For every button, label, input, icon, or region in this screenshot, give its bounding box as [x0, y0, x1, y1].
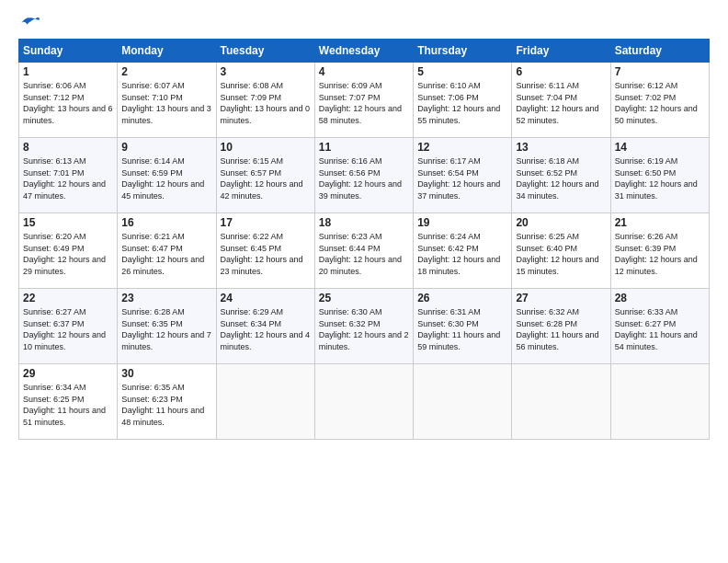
- calendar-day-cell: 9Sunrise: 6:14 AMSunset: 6:59 PMDaylight…: [118, 138, 216, 213]
- calendar-day-cell: [314, 364, 413, 440]
- calendar-week-row: 15Sunrise: 6:20 AMSunset: 6:49 PMDayligh…: [19, 213, 710, 289]
- day-info: Sunrise: 6:34 AMSunset: 6:25 PMDaylight:…: [23, 382, 113, 428]
- day-info: Sunrise: 6:16 AMSunset: 6:56 PMDaylight:…: [319, 155, 409, 201]
- calendar-day-cell: 28Sunrise: 6:33 AMSunset: 6:27 PMDayligh…: [610, 289, 709, 364]
- calendar-day-cell: 25Sunrise: 6:30 AMSunset: 6:32 PMDayligh…: [314, 289, 413, 364]
- calendar-header-cell: Tuesday: [216, 40, 314, 63]
- day-info: Sunrise: 6:15 AMSunset: 6:57 PMDaylight:…: [221, 155, 311, 201]
- day-info: Sunrise: 6:28 AMSunset: 6:35 PMDaylight:…: [121, 306, 211, 352]
- day-number: 26: [417, 292, 507, 304]
- calendar-week-row: 8Sunrise: 6:13 AMSunset: 7:01 PMDaylight…: [19, 138, 710, 213]
- day-number: 24: [221, 292, 311, 304]
- day-info: Sunrise: 6:11 AMSunset: 7:04 PMDaylight:…: [516, 80, 606, 126]
- day-info: Sunrise: 6:19 AMSunset: 6:50 PMDaylight:…: [615, 155, 705, 201]
- calendar-day-cell: 11Sunrise: 6:16 AMSunset: 6:56 PMDayligh…: [314, 138, 413, 213]
- calendar-header-cell: Thursday: [414, 40, 512, 63]
- calendar-day-cell: 23Sunrise: 6:28 AMSunset: 6:35 PMDayligh…: [118, 289, 216, 364]
- day-number: 6: [516, 65, 606, 78]
- calendar-header-cell: Saturday: [610, 40, 709, 63]
- calendar-day-cell: 6Sunrise: 6:11 AMSunset: 7:04 PMDaylight…: [512, 63, 610, 138]
- day-info: Sunrise: 6:35 AMSunset: 6:23 PMDaylight:…: [121, 382, 211, 428]
- day-info: Sunrise: 6:07 AMSunset: 7:10 PMDaylight:…: [121, 80, 211, 126]
- calendar-week-row: 29Sunrise: 6:34 AMSunset: 6:25 PMDayligh…: [19, 364, 710, 440]
- day-number: 19: [417, 216, 507, 229]
- day-number: 10: [221, 141, 311, 154]
- calendar-week-row: 22Sunrise: 6:27 AMSunset: 6:37 PMDayligh…: [19, 289, 710, 364]
- day-number: 7: [615, 65, 705, 78]
- day-number: 21: [615, 216, 705, 229]
- calendar-day-cell: 20Sunrise: 6:25 AMSunset: 6:40 PMDayligh…: [512, 213, 610, 289]
- calendar-day-cell: 27Sunrise: 6:32 AMSunset: 6:28 PMDayligh…: [512, 289, 610, 364]
- day-number: 22: [23, 292, 113, 304]
- calendar-day-cell: 10Sunrise: 6:15 AMSunset: 6:57 PMDayligh…: [216, 138, 314, 213]
- day-number: 13: [516, 141, 606, 154]
- day-info: Sunrise: 6:33 AMSunset: 6:27 PMDaylight:…: [615, 306, 705, 352]
- calendar-day-cell: 16Sunrise: 6:21 AMSunset: 6:47 PMDayligh…: [118, 213, 216, 289]
- calendar-day-cell: [414, 364, 512, 440]
- day-number: 12: [417, 141, 507, 154]
- day-info: Sunrise: 6:23 AMSunset: 6:44 PMDaylight:…: [319, 231, 409, 277]
- page: SundayMondayTuesdayWednesdayThursdayFrid…: [0, 0, 728, 563]
- day-number: 2: [121, 65, 211, 78]
- calendar-day-cell: 29Sunrise: 6:34 AMSunset: 6:25 PMDayligh…: [19, 364, 118, 440]
- day-info: Sunrise: 6:09 AMSunset: 7:07 PMDaylight:…: [319, 80, 409, 126]
- day-info: Sunrise: 6:21 AMSunset: 6:47 PMDaylight:…: [121, 231, 211, 277]
- calendar-day-cell: 22Sunrise: 6:27 AMSunset: 6:37 PMDayligh…: [19, 289, 118, 364]
- calendar-day-cell: 17Sunrise: 6:22 AMSunset: 6:45 PMDayligh…: [216, 213, 314, 289]
- calendar-day-cell: 12Sunrise: 6:17 AMSunset: 6:54 PMDayligh…: [414, 138, 512, 213]
- calendar-day-cell: 13Sunrise: 6:18 AMSunset: 6:52 PMDayligh…: [512, 138, 610, 213]
- calendar-day-cell: 14Sunrise: 6:19 AMSunset: 6:50 PMDayligh…: [610, 138, 709, 213]
- logo-bird-icon: [20, 15, 40, 31]
- calendar-day-cell: 7Sunrise: 6:12 AMSunset: 7:02 PMDaylight…: [610, 63, 709, 138]
- calendar-day-cell: 19Sunrise: 6:24 AMSunset: 6:42 PMDayligh…: [414, 213, 512, 289]
- calendar-header-cell: Monday: [118, 40, 216, 63]
- day-number: 25: [319, 292, 409, 304]
- day-info: Sunrise: 6:26 AMSunset: 6:39 PMDaylight:…: [615, 231, 705, 277]
- day-info: Sunrise: 6:30 AMSunset: 6:32 PMDaylight:…: [319, 306, 409, 352]
- day-number: 1: [23, 65, 113, 78]
- calendar-day-cell: [512, 364, 610, 440]
- calendar-day-cell: 8Sunrise: 6:13 AMSunset: 7:01 PMDaylight…: [19, 138, 118, 213]
- calendar-table: SundayMondayTuesdayWednesdayThursdayFrid…: [18, 39, 710, 440]
- day-info: Sunrise: 6:12 AMSunset: 7:02 PMDaylight:…: [615, 80, 705, 126]
- day-info: Sunrise: 6:27 AMSunset: 6:37 PMDaylight:…: [23, 306, 113, 352]
- day-number: 11: [319, 141, 409, 154]
- day-info: Sunrise: 6:17 AMSunset: 6:54 PMDaylight:…: [417, 155, 507, 201]
- day-info: Sunrise: 6:25 AMSunset: 6:40 PMDaylight:…: [516, 231, 606, 277]
- calendar-header-cell: Wednesday: [314, 40, 413, 63]
- day-number: 5: [417, 65, 507, 78]
- calendar-day-cell: 30Sunrise: 6:35 AMSunset: 6:23 PMDayligh…: [118, 364, 216, 440]
- calendar-day-cell: 18Sunrise: 6:23 AMSunset: 6:44 PMDayligh…: [314, 213, 413, 289]
- day-info: Sunrise: 6:10 AMSunset: 7:06 PMDaylight:…: [417, 80, 507, 126]
- day-number: 18: [319, 216, 409, 229]
- calendar-day-cell: [610, 364, 709, 440]
- day-number: 17: [221, 216, 311, 229]
- day-number: 9: [121, 141, 211, 154]
- day-number: 27: [516, 292, 606, 304]
- calendar-day-cell: 1Sunrise: 6:06 AMSunset: 7:12 PMDaylight…: [19, 63, 118, 138]
- day-number: 23: [121, 292, 211, 304]
- day-info: Sunrise: 6:31 AMSunset: 6:30 PMDaylight:…: [417, 306, 507, 352]
- day-info: Sunrise: 6:14 AMSunset: 6:59 PMDaylight:…: [121, 155, 211, 201]
- calendar-day-cell: 4Sunrise: 6:09 AMSunset: 7:07 PMDaylight…: [314, 63, 413, 138]
- logo: [18, 15, 40, 31]
- day-number: 3: [221, 65, 311, 78]
- calendar-header-row: SundayMondayTuesdayWednesdayThursdayFrid…: [19, 40, 710, 63]
- day-info: Sunrise: 6:22 AMSunset: 6:45 PMDaylight:…: [221, 231, 311, 277]
- day-number: 4: [319, 65, 409, 78]
- day-info: Sunrise: 6:20 AMSunset: 6:49 PMDaylight:…: [23, 231, 113, 277]
- day-number: 16: [121, 216, 211, 229]
- day-info: Sunrise: 6:18 AMSunset: 6:52 PMDaylight:…: [516, 155, 606, 201]
- calendar-day-cell: 3Sunrise: 6:08 AMSunset: 7:09 PMDaylight…: [216, 63, 314, 138]
- day-info: Sunrise: 6:24 AMSunset: 6:42 PMDaylight:…: [417, 231, 507, 277]
- day-number: 29: [23, 367, 113, 380]
- day-info: Sunrise: 6:08 AMSunset: 7:09 PMDaylight:…: [221, 80, 311, 126]
- day-number: 20: [516, 216, 606, 229]
- day-info: Sunrise: 6:13 AMSunset: 7:01 PMDaylight:…: [23, 155, 113, 201]
- calendar-header-cell: Friday: [512, 40, 610, 63]
- day-info: Sunrise: 6:06 AMSunset: 7:12 PMDaylight:…: [23, 80, 113, 126]
- calendar-week-row: 1Sunrise: 6:06 AMSunset: 7:12 PMDaylight…: [19, 63, 710, 138]
- calendar-day-cell: 21Sunrise: 6:26 AMSunset: 6:39 PMDayligh…: [610, 213, 709, 289]
- day-info: Sunrise: 6:29 AMSunset: 6:34 PMDaylight:…: [221, 306, 311, 352]
- day-number: 14: [615, 141, 705, 154]
